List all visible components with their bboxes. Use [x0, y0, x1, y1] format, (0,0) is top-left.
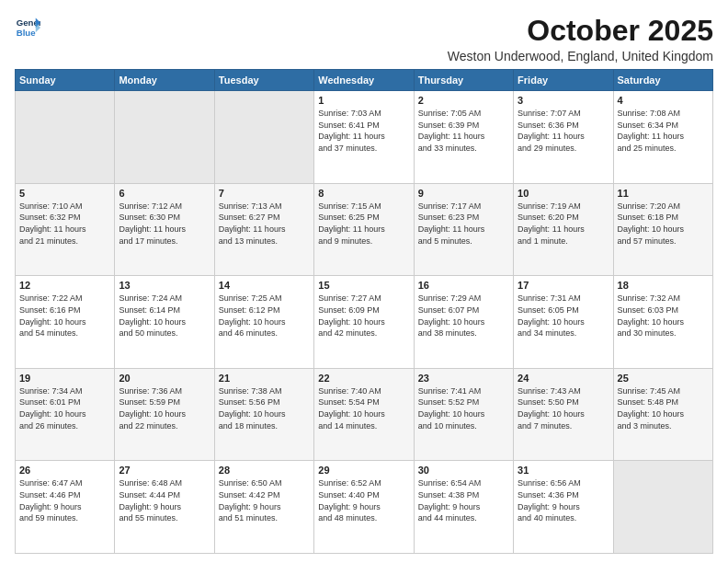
day-number: 10 [518, 188, 609, 199]
calendar-cell: 1Sunrise: 7:03 AM Sunset: 6:41 PM Daylig… [314, 91, 414, 184]
day-number: 13 [119, 280, 210, 291]
day-info: Sunrise: 7:20 AM Sunset: 6:18 PM Dayligh… [618, 201, 709, 247]
day-number: 14 [219, 280, 310, 291]
day-info: Sunrise: 7:15 AM Sunset: 6:25 PM Dayligh… [318, 201, 409, 247]
calendar-cell: 10Sunrise: 7:19 AM Sunset: 6:20 PM Dayli… [514, 183, 613, 276]
calendar-cell: 16Sunrise: 7:29 AM Sunset: 6:07 PM Dayli… [414, 276, 513, 369]
logo-icon: General Blue [15, 15, 40, 40]
day-info: Sunrise: 7:41 AM Sunset: 5:52 PM Dayligh… [418, 385, 509, 431]
day-number: 19 [19, 373, 110, 384]
calendar-cell: 6Sunrise: 7:12 AM Sunset: 6:30 PM Daylig… [115, 183, 214, 276]
day-info: Sunrise: 7:29 AM Sunset: 6:07 PM Dayligh… [418, 293, 509, 339]
day-number: 20 [119, 373, 210, 384]
day-info: Sunrise: 7:13 AM Sunset: 6:27 PM Dayligh… [219, 201, 310, 247]
day-info: Sunrise: 7:08 AM Sunset: 6:34 PM Dayligh… [618, 108, 709, 154]
day-number: 18 [618, 280, 709, 291]
day-number: 22 [318, 373, 409, 384]
day-number: 26 [19, 465, 110, 476]
calendar-cell: 3Sunrise: 7:07 AM Sunset: 6:36 PM Daylig… [514, 91, 613, 184]
day-number: 5 [19, 188, 110, 199]
day-info: Sunrise: 7:05 AM Sunset: 6:39 PM Dayligh… [418, 108, 509, 154]
calendar-cell: 28Sunrise: 6:50 AM Sunset: 4:42 PM Dayli… [214, 461, 313, 554]
day-info: Sunrise: 7:34 AM Sunset: 6:01 PM Dayligh… [19, 385, 110, 431]
day-info: Sunrise: 7:22 AM Sunset: 6:16 PM Dayligh… [19, 293, 110, 339]
calendar-cell: 4Sunrise: 7:08 AM Sunset: 6:34 PM Daylig… [613, 91, 712, 184]
calendar-cell: 27Sunrise: 6:48 AM Sunset: 4:44 PM Dayli… [115, 461, 214, 554]
day-info: Sunrise: 6:52 AM Sunset: 4:40 PM Dayligh… [318, 477, 409, 523]
header-friday: Friday [514, 70, 613, 91]
day-info: Sunrise: 6:50 AM Sunset: 4:42 PM Dayligh… [219, 477, 310, 523]
header-tuesday: Tuesday [214, 70, 313, 91]
day-number: 16 [418, 280, 509, 291]
header-wednesday: Wednesday [314, 70, 414, 91]
calendar-cell [16, 91, 115, 184]
day-number: 2 [418, 95, 509, 106]
calendar-cell [214, 91, 313, 184]
day-number: 6 [119, 188, 210, 199]
day-info: Sunrise: 7:36 AM Sunset: 5:59 PM Dayligh… [119, 385, 210, 431]
day-number: 9 [418, 188, 509, 199]
header: General Blue October 2025 Weston Underwo… [15, 15, 713, 63]
calendar-cell: 18Sunrise: 7:32 AM Sunset: 6:03 PM Dayli… [613, 276, 712, 369]
day-info: Sunrise: 7:38 AM Sunset: 5:56 PM Dayligh… [219, 385, 310, 431]
day-number: 29 [318, 465, 409, 476]
header-saturday: Saturday [613, 70, 712, 91]
logo: General Blue [15, 15, 40, 40]
day-number: 28 [219, 465, 310, 476]
day-info: Sunrise: 7:45 AM Sunset: 5:48 PM Dayligh… [618, 385, 709, 431]
day-info: Sunrise: 7:43 AM Sunset: 5:50 PM Dayligh… [518, 385, 609, 431]
day-number: 25 [618, 373, 709, 384]
day-headers-row: Sunday Monday Tuesday Wednesday Thursday… [16, 70, 713, 91]
page: General Blue October 2025 Weston Underwo… [0, 0, 728, 563]
day-number: 8 [318, 188, 409, 199]
day-number: 12 [19, 280, 110, 291]
calendar-cell: 21Sunrise: 7:38 AM Sunset: 5:56 PM Dayli… [214, 368, 313, 461]
day-info: Sunrise: 7:32 AM Sunset: 6:03 PM Dayligh… [618, 293, 709, 339]
calendar-cell: 25Sunrise: 7:45 AM Sunset: 5:48 PM Dayli… [613, 368, 712, 461]
calendar-cell: 14Sunrise: 7:25 AM Sunset: 6:12 PM Dayli… [214, 276, 313, 369]
calendar-cell: 9Sunrise: 7:17 AM Sunset: 6:23 PM Daylig… [414, 183, 513, 276]
calendar-cell: 20Sunrise: 7:36 AM Sunset: 5:59 PM Dayli… [115, 368, 214, 461]
day-info: Sunrise: 7:31 AM Sunset: 6:05 PM Dayligh… [518, 293, 609, 339]
svg-text:Blue: Blue [17, 28, 36, 38]
day-info: Sunrise: 6:47 AM Sunset: 4:46 PM Dayligh… [19, 477, 110, 523]
calendar-cell: 8Sunrise: 7:15 AM Sunset: 6:25 PM Daylig… [314, 183, 414, 276]
week-row-5: 26Sunrise: 6:47 AM Sunset: 4:46 PM Dayli… [16, 461, 713, 554]
calendar-cell: 29Sunrise: 6:52 AM Sunset: 4:40 PM Dayli… [314, 461, 414, 554]
calendar-cell: 31Sunrise: 6:56 AM Sunset: 4:36 PM Dayli… [514, 461, 613, 554]
calendar-cell: 7Sunrise: 7:13 AM Sunset: 6:27 PM Daylig… [214, 183, 313, 276]
week-row-2: 5Sunrise: 7:10 AM Sunset: 6:32 PM Daylig… [16, 183, 713, 276]
calendar-cell: 17Sunrise: 7:31 AM Sunset: 6:05 PM Dayli… [514, 276, 613, 369]
calendar-cell: 19Sunrise: 7:34 AM Sunset: 6:01 PM Dayli… [16, 368, 115, 461]
day-number: 7 [219, 188, 310, 199]
day-number: 21 [219, 373, 310, 384]
day-info: Sunrise: 6:48 AM Sunset: 4:44 PM Dayligh… [119, 477, 210, 523]
day-info: Sunrise: 7:03 AM Sunset: 6:41 PM Dayligh… [318, 108, 409, 154]
day-number: 24 [518, 373, 609, 384]
day-number: 3 [518, 95, 609, 106]
day-info: Sunrise: 7:12 AM Sunset: 6:30 PM Dayligh… [119, 201, 210, 247]
calendar-cell: 30Sunrise: 6:54 AM Sunset: 4:38 PM Dayli… [414, 461, 513, 554]
day-number: 15 [318, 280, 409, 291]
calendar-cell: 13Sunrise: 7:24 AM Sunset: 6:14 PM Dayli… [115, 276, 214, 369]
header-sunday: Sunday [16, 70, 115, 91]
week-row-4: 19Sunrise: 7:34 AM Sunset: 6:01 PM Dayli… [16, 368, 713, 461]
day-info: Sunrise: 7:27 AM Sunset: 6:09 PM Dayligh… [318, 293, 409, 339]
day-number: 4 [618, 95, 709, 106]
calendar-cell: 15Sunrise: 7:27 AM Sunset: 6:09 PM Dayli… [314, 276, 414, 369]
day-info: Sunrise: 7:19 AM Sunset: 6:20 PM Dayligh… [518, 201, 609, 247]
title-section: October 2025 Weston Underwood, England, … [448, 15, 713, 63]
day-info: Sunrise: 7:25 AM Sunset: 6:12 PM Dayligh… [219, 293, 310, 339]
day-number: 23 [418, 373, 509, 384]
day-number: 11 [618, 188, 709, 199]
calendar-cell: 11Sunrise: 7:20 AM Sunset: 6:18 PM Dayli… [613, 183, 712, 276]
day-info: Sunrise: 7:40 AM Sunset: 5:54 PM Dayligh… [318, 385, 409, 431]
week-row-1: 1Sunrise: 7:03 AM Sunset: 6:41 PM Daylig… [16, 91, 713, 184]
day-number: 30 [418, 465, 509, 476]
day-info: Sunrise: 6:54 AM Sunset: 4:38 PM Dayligh… [418, 477, 509, 523]
day-info: Sunrise: 7:24 AM Sunset: 6:14 PM Dayligh… [119, 293, 210, 339]
calendar-cell: 22Sunrise: 7:40 AM Sunset: 5:54 PM Dayli… [314, 368, 414, 461]
calendar-cell [115, 91, 214, 184]
calendar-table: Sunday Monday Tuesday Wednesday Thursday… [15, 69, 713, 554]
calendar-cell: 12Sunrise: 7:22 AM Sunset: 6:16 PM Dayli… [16, 276, 115, 369]
